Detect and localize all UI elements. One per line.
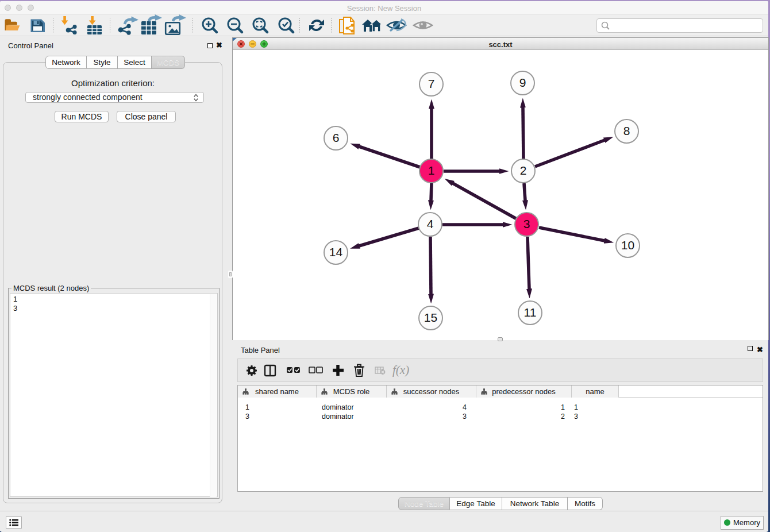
svg-text:f(x): f(x): [392, 363, 409, 377]
